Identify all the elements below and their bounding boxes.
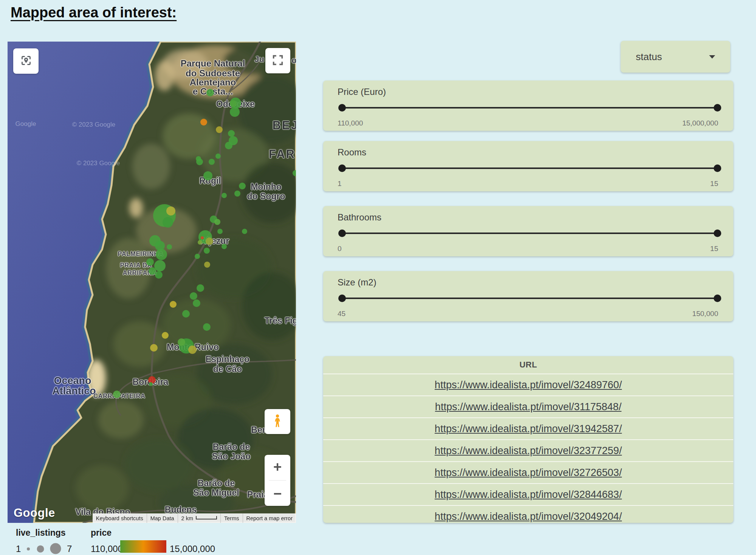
table-row: https://www.idealista.pt/imovel/32049204… (323, 505, 733, 523)
listing-dot[interactable] (204, 262, 210, 268)
map-data-link[interactable]: Map Data (147, 513, 178, 523)
listing-dot[interactable] (156, 249, 167, 260)
listing-dot[interactable] (150, 344, 158, 352)
price-slider-track[interactable] (342, 107, 717, 109)
listing-url-link[interactable]: https://www.idealista.pt/imovel/32726503… (435, 467, 622, 479)
listing-dot[interactable] (216, 126, 223, 133)
table-row: https://www.idealista.pt/imovel/32377259… (323, 439, 733, 461)
listing-dot[interactable] (203, 171, 212, 180)
rooms-min-value: 1 (338, 180, 342, 188)
bathrooms-slider-max-handle[interactable] (714, 229, 721, 237)
listing-dot[interactable] (206, 89, 214, 96)
url-table-header: URL (323, 356, 733, 374)
zoom-divider (269, 480, 286, 481)
table-row: https://www.idealista.pt/imovel/31942587… (323, 417, 733, 439)
listing-dot[interactable] (195, 254, 200, 259)
url-table-body: https://www.idealista.pt/imovel/32489760… (323, 374, 733, 523)
listing-dot[interactable] (222, 193, 227, 198)
bathrooms-slider-min-handle[interactable] (338, 229, 346, 237)
listing-dot[interactable] (188, 346, 197, 354)
listing-dot[interactable] (217, 229, 223, 234)
price-slider-min-handle[interactable] (338, 104, 346, 112)
terms-link[interactable]: Terms (220, 513, 242, 523)
listing-dot[interactable] (225, 142, 232, 149)
listing-url-link[interactable]: https://www.idealista.pt/imovel/31942587… (435, 423, 622, 435)
listing-dot[interactable] (167, 244, 172, 250)
listing-dot[interactable] (113, 391, 121, 398)
price-legend-max: 15,000,000 (170, 544, 215, 554)
listing-dot[interactable] (166, 206, 175, 215)
map-canvas[interactable]: Google© 2023 Google© 2023 Google Parque … (8, 42, 296, 523)
listing-dot[interactable] (146, 258, 154, 266)
table-row: https://www.idealista.pt/imovel/31175848… (323, 395, 733, 417)
listing-dot[interactable] (214, 219, 220, 225)
listing-dot[interactable] (293, 170, 296, 176)
listing-url-link[interactable]: https://www.idealista.pt/imovel/31175848… (435, 401, 621, 413)
listing-dot[interactable] (222, 244, 227, 249)
bathrooms-slider-track[interactable] (342, 233, 717, 234)
keyboard-shortcuts-link[interactable]: Keyboard shortcuts (93, 513, 147, 523)
table-row: https://www.idealista.pt/imovel/32489760… (323, 374, 733, 395)
listing-url-link[interactable]: https://www.idealista.pt/imovel/32049204… (435, 511, 622, 522)
listing-dot[interactable] (196, 158, 203, 165)
listing-dot[interactable] (178, 338, 185, 346)
listing-url-link[interactable]: https://www.idealista.pt/imovel/32844683… (435, 489, 622, 501)
listing-dot[interactable] (149, 382, 153, 386)
listing-dot[interactable] (215, 153, 221, 159)
rooms-max-value: 15 (710, 180, 718, 188)
price-filter-card: Price (Euro) 110,000 15,000,000 (323, 81, 733, 131)
report-map-error-link[interactable]: Report a map error (243, 513, 296, 523)
status-dropdown[interactable]: status (621, 41, 730, 73)
size-slider-track[interactable] (342, 298, 717, 299)
listing-dot[interactable] (209, 159, 215, 165)
listing-dot[interactable] (190, 292, 197, 300)
size-legend-dot-medium (37, 546, 44, 553)
price-slider-max-handle[interactable] (714, 104, 721, 112)
listing-dot[interactable] (182, 310, 190, 318)
listing-dot[interactable] (206, 237, 213, 245)
listing-dot[interactable] (203, 323, 211, 331)
size-slider-label: Size (m2) (338, 277, 376, 288)
locate-listings-button[interactable] (13, 48, 39, 74)
table-row: https://www.idealista.pt/imovel/32726503… (323, 461, 733, 483)
listing-dot[interactable] (198, 240, 202, 245)
size-slider-min-handle[interactable] (338, 295, 346, 302)
rooms-filter-card: Rooms 1 15 (323, 141, 733, 191)
zoom-out-button[interactable]: − (273, 484, 282, 504)
rooms-slider-track[interactable] (342, 167, 717, 169)
listing-dot[interactable] (204, 248, 210, 254)
street-view-pegman-button[interactable] (265, 409, 290, 434)
listing-dot[interactable] (155, 271, 163, 279)
price-gradient-bar (120, 540, 166, 553)
bathrooms-filter-card: Bathrooms 0 15 (323, 206, 733, 256)
rooms-slider-min-handle[interactable] (338, 164, 346, 172)
listing-url-link[interactable]: https://www.idealista.pt/imovel/32489760… (435, 379, 622, 391)
listing-dot[interactable] (197, 284, 204, 292)
listing-dot[interactable] (201, 236, 204, 239)
listing-dot[interactable] (200, 119, 207, 126)
listing-dot[interactable] (234, 191, 240, 197)
fullscreen-button[interactable] (265, 48, 290, 73)
listing-dot[interactable] (163, 217, 173, 228)
page-title: Mapped area of interest: (11, 5, 177, 21)
table-row: https://www.idealista.pt/imovel/32844683… (323, 483, 733, 505)
street-view-pegman-icon (271, 413, 284, 430)
listing-dot[interactable] (162, 332, 169, 339)
satellite-terrain (8, 42, 296, 523)
zoom-in-button[interactable]: + (273, 457, 282, 477)
chevron-down-icon (709, 55, 715, 59)
scale-bar-icon (196, 516, 217, 519)
listing-dot[interactable] (193, 299, 200, 307)
listing-dot[interactable] (242, 229, 247, 234)
rooms-slider-max-handle[interactable] (714, 164, 721, 172)
listing-dot[interactable] (230, 107, 240, 117)
price-slider-label: Price (Euro) (338, 87, 386, 97)
map-zoom-control: + − (265, 455, 290, 506)
bathrooms-min-value: 0 (338, 245, 342, 253)
size-slider-max-handle[interactable] (714, 295, 721, 302)
listing-dot[interactable] (170, 301, 177, 308)
listing-dot[interactable] (239, 183, 246, 189)
price-min-value: 110,000 (338, 119, 363, 127)
fullscreen-icon (271, 54, 284, 68)
listing-url-link[interactable]: https://www.idealista.pt/imovel/32377259… (435, 445, 622, 457)
